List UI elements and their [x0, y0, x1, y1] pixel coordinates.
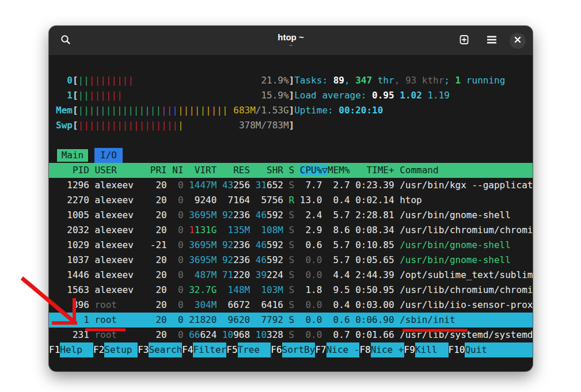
text-segment: /usr/lib/iio-sensor-prox [400, 299, 533, 310]
text-segment: ; [444, 75, 455, 86]
fkey-f8[interactable]: F8Nice + [359, 342, 404, 357]
text-segment: /1.53G [256, 105, 289, 116]
header-s[interactable]: S [283, 163, 294, 178]
text-segment: Command [400, 165, 438, 176]
header-time[interactable]: TIME+ [350, 163, 394, 178]
status-info: Load average: 0.95 1.02 1.19 [294, 88, 450, 103]
text-segment: 2032 [67, 224, 89, 235]
header-pri[interactable]: PRI [145, 163, 167, 178]
text-segment: 231 [73, 329, 89, 340]
text-segment: 0:10.85 [355, 239, 394, 250]
text-segment: S [289, 269, 295, 280]
new-tab-icon [458, 34, 470, 47]
text-segment: TIME+ [366, 165, 394, 176]
header-user[interactable]: USER [89, 163, 145, 178]
process-row[interactable]: 1563alexeev20032.7G148M103MS1.89.50:50.9… [49, 283, 533, 298]
meter-label: Mem [56, 103, 73, 118]
process-row[interactable]: 396root200304M66726416S0.00.40:03.00/usr… [49, 298, 533, 313]
header-res[interactable]: RES [217, 163, 250, 178]
text-segment: 0.6 [305, 239, 322, 250]
header-virt[interactable]: VIRT [184, 163, 217, 178]
cell-ni: 0 [167, 253, 184, 268]
text-segment: 66 [189, 329, 200, 340]
process-row[interactable]: 2270alexeev200924071645756R13.00.40:02.1… [49, 193, 533, 208]
cell-shr: 5756 [250, 193, 283, 208]
text-segment: 0:01.66 [355, 329, 394, 340]
text-segment: 0:23.39 [355, 180, 394, 191]
process-row[interactable]: 1005alexeev2003695M9223646592S2.45.72:28… [49, 208, 533, 223]
cell-pid: 1 [56, 313, 89, 328]
header-shr[interactable]: SHR [250, 163, 283, 178]
header-cpu[interactable]: CPU% [294, 163, 322, 178]
text-segment: 1.19 [427, 90, 450, 101]
fkey-f5[interactable]: F5Tree [226, 342, 271, 357]
fkey-key: F6 [271, 342, 282, 357]
fkey-f4[interactable]: F4Filter [182, 342, 226, 357]
fkey-f10[interactable]: F10Quit [449, 342, 533, 357]
text-segment: 89 [333, 75, 344, 86]
meter-bracket: [ [73, 118, 78, 133]
fkey-f7[interactable]: F7Nice - [315, 342, 359, 357]
text-segment: 3695M [189, 239, 217, 250]
text-segment: 92 [222, 254, 233, 265]
cell-user: alexeev [89, 253, 145, 268]
process-row[interactable]: 1029alexeev-2103695M9223646592S0.65.70:1… [49, 238, 533, 253]
meter-label: 0 [56, 73, 73, 88]
process-table-rows: 1296alexeev2001447M4325631652S7.72.70:23… [49, 178, 533, 342]
fkey-f2[interactable]: F2Setup [93, 342, 138, 357]
text-segment: ▽ [322, 165, 328, 176]
process-row-selected[interactable]: 1root2002182096207792S0.00.60:06.90/sbin… [49, 313, 533, 328]
close-button[interactable] [510, 33, 526, 49]
cell-shr: 46592 [250, 208, 283, 223]
text-segment: 1037 [67, 254, 89, 265]
search-button[interactable] [56, 31, 75, 51]
meter-value: 683M/1.53G [233, 103, 288, 118]
text-segment: 592 [267, 239, 283, 250]
text-segment: 1005 [67, 210, 89, 220]
menu-icon [487, 36, 497, 45]
fkey-f3[interactable]: F3Search [138, 342, 182, 357]
text-segment: 20 [155, 284, 166, 295]
menu-button[interactable] [482, 31, 502, 51]
search-icon [60, 34, 71, 47]
text-segment: 0 [178, 210, 184, 220]
fkey-label: Setup [104, 342, 138, 357]
window-title: htop ~ [278, 32, 303, 42]
cell-cmd: htop [394, 193, 533, 208]
process-row[interactable]: 2032alexeev2001131G135M108MS2.98.60:08.3… [49, 223, 533, 238]
text-segment: S [289, 254, 295, 265]
text-segment: CPU% [300, 165, 322, 176]
process-row[interactable]: 1037alexeev2003695M9223646592S0.05.70:05… [49, 253, 533, 268]
cell-res: 9620 [217, 313, 250, 328]
cell-mem: 2.7 [322, 178, 350, 193]
text-segment: 0 [178, 180, 184, 191]
function-key-bar: F1HelpF2SetupF3SearchF4FilterF5TreeF6Sor… [49, 342, 533, 357]
process-row[interactable]: 231root200666241096810328S0.00.70:01.66/… [49, 328, 533, 342]
text-segment: SHR [267, 165, 283, 176]
text-segment: /usr/bin/kgx --gapplicat [400, 180, 533, 191]
fkey-f6[interactable]: F6SortBy [271, 342, 315, 357]
tab-io[interactable]: I/O [94, 148, 122, 163]
cell-mem: 9.5 [322, 283, 350, 298]
process-row[interactable]: 1446alexeev200487M7122039224S0.04.42:44.… [49, 268, 533, 283]
header-mem[interactable]: ▽MEM% [322, 163, 350, 178]
text-segment: 487M [195, 269, 217, 280]
text-segment: alexeev [94, 284, 133, 295]
cell-user: alexeev [89, 193, 145, 208]
text-segment: 7.7 [305, 180, 322, 191]
cell-s: S [283, 313, 294, 328]
header-ni[interactable]: NI [167, 163, 184, 178]
text-segment: 0:02.14 [355, 195, 394, 205]
header-cmd[interactable]: Command [394, 163, 533, 178]
cell-mem: 8.6 [322, 223, 350, 238]
cell-cmd: /usr/bin/gnome-shell [394, 208, 533, 223]
fkey-f9[interactable]: F9Kill [404, 342, 449, 357]
meter-bar-group: |||||||||||||||||| [78, 120, 178, 131]
new-tab-button[interactable] [454, 31, 474, 51]
header-pid[interactable]: PID [56, 163, 89, 178]
text-segment: 6672 [228, 299, 250, 310]
process-row[interactable]: 1296alexeev2001447M4325631652S7.72.70:23… [49, 178, 533, 193]
tab-main[interactable]: Main [56, 148, 89, 163]
meter-gauge: |||||||||||||||||||||||||||683M/1.53G [78, 103, 289, 118]
fkey-f1[interactable]: F1Help [49, 342, 93, 357]
